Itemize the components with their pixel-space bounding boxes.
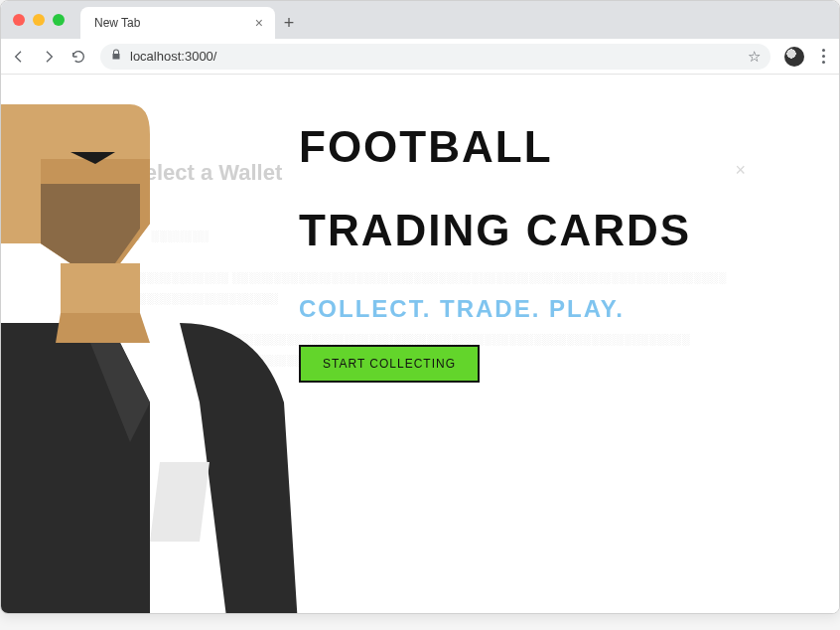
- bookmark-icon[interactable]: ☆: [748, 48, 761, 66]
- forward-icon[interactable]: [41, 49, 57, 65]
- player-illustration: [1, 104, 299, 613]
- kebab-menu-icon[interactable]: [818, 45, 829, 68]
- back-icon[interactable]: [11, 49, 27, 65]
- browser-window: New Tab × + localhost:3000/ ☆ Select a W…: [0, 0, 840, 614]
- hero-title-line2: TRADING CARDS: [299, 208, 691, 253]
- reload-icon[interactable]: [70, 49, 86, 65]
- browser-toolbar: localhost:3000/ ☆: [1, 39, 839, 75]
- close-tab-icon[interactable]: ×: [255, 16, 263, 30]
- minimize-window-icon[interactable]: [33, 14, 45, 26]
- tab-title: New Tab: [94, 16, 140, 30]
- page-viewport: Select a Wallet × ▢ ░░░░░░░ ░░░░░░░░░░░░…: [1, 75, 839, 613]
- url-text: localhost:3000/: [130, 49, 740, 64]
- start-collecting-button[interactable]: START COLLECTING: [299, 345, 480, 383]
- hero-copy: FOOTBALL TRADING CARDS COLLECT. TRADE. P…: [299, 124, 691, 383]
- browser-tab[interactable]: New Tab ×: [80, 7, 275, 39]
- address-bar[interactable]: localhost:3000/ ☆: [100, 44, 770, 70]
- hero-tagline: COLLECT. TRADE. PLAY.: [299, 295, 691, 323]
- close-icon: ×: [735, 160, 746, 181]
- window-controls: [13, 1, 80, 39]
- close-window-icon[interactable]: [13, 14, 25, 26]
- new-tab-button[interactable]: +: [275, 7, 303, 39]
- tab-strip: New Tab × +: [1, 1, 839, 39]
- maximize-window-icon[interactable]: [53, 14, 65, 26]
- hero-title-line1: FOOTBALL: [299, 124, 691, 170]
- lock-icon: [110, 49, 122, 64]
- profile-avatar-icon[interactable]: [784, 47, 804, 67]
